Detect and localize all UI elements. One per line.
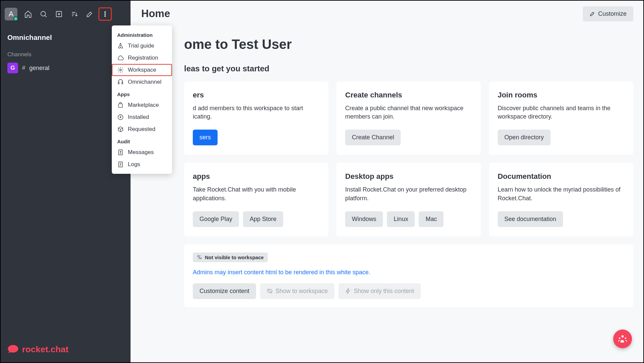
card-join-rooms: Join rooms Discover public channels and … [489,81,633,155]
search-icon[interactable] [37,7,50,21]
card-title: Desktop apps [345,172,472,181]
channel-item[interactable]: G # general [1,60,131,76]
mac-button[interactable]: Mac [419,211,444,227]
svg-point-4 [105,13,106,14]
card-documentation: Documentation Learn how to unlock the my… [489,163,633,236]
eye-off-icon [197,255,202,260]
omnichannel-label: Omnichannel [7,33,52,42]
subhead: leas to get you started [184,64,633,73]
card-desc: Learn how to unlock the myriad possibili… [498,186,625,202]
visibility-badge: Not visible to workspace [193,252,268,262]
brand-text: rocket.chat [22,344,69,355]
menu-item-logs[interactable]: Logs [112,158,172,170]
menu-item-trial-guide[interactable]: Trial guide [112,40,172,52]
new-message-icon[interactable] [83,7,96,21]
kebab-menu-icon[interactable] [98,7,112,21]
menu-item-installed[interactable]: Installed [112,111,172,123]
svg-point-7 [120,69,122,71]
see-documentation-button[interactable]: See documentation [498,211,563,227]
channel-avatar: G [7,63,18,73]
card-title: ers [193,91,320,99]
menu-item-messages[interactable]: Messages [112,146,172,158]
menu-item-workspace[interactable]: Workspace [112,64,172,76]
card-desktop-apps: Desktop apps Install Rocket.Chat on your… [336,163,481,236]
windows-button[interactable]: Windows [345,211,383,227]
svg-rect-1 [56,11,62,17]
add-users-button[interactable]: sers [193,130,218,145]
hash-icon: # [22,65,25,71]
brand-logo[interactable]: rocket.chat [1,336,131,362]
welcome-heading: ome to Test User [184,37,633,52]
app-store-button[interactable]: App Store [243,211,283,227]
card-add-users: ers d add members to this workspace to s… [184,81,328,155]
card-title: Join rooms [498,91,625,99]
card-mobile-apps: apps Take Rocket.Chat with you with mobi… [184,163,328,236]
svg-point-2 [58,13,60,15]
card-desc: Create a public channel that new workspa… [345,104,472,121]
custom-content-panel: Not visible to workspace Admins may inse… [184,244,633,307]
sort-icon[interactable] [68,7,81,21]
cards-grid: ers d add members to this workspace to s… [184,81,633,236]
fab-button[interactable] [613,330,632,348]
svg-point-3 [105,11,106,12]
card-desc: Install Rocket.Chat on your preferred de… [345,186,472,202]
bolt-icon [345,288,351,294]
main-header: Home Customize [131,1,643,27]
customize-button[interactable]: Customize [583,6,633,21]
sidebar-top: A [1,1,131,27]
open-directory-button[interactable]: Open directory [498,130,551,145]
google-play-button[interactable]: Google Play [193,211,239,227]
menu-item-requested[interactable]: Requested [112,123,172,135]
show-only-this-button: Show only this content [338,283,421,299]
pencil-icon [589,11,595,17]
sidebar: A Omnichannel Channels G # general rocke… [1,1,131,362]
create-channel-button[interactable]: Create Channel [345,130,401,145]
linux-button[interactable]: Linux [387,211,415,227]
svg-point-5 [105,15,106,16]
card-desc: Discover public channels and teams in th… [498,104,625,121]
page-title: Home [141,8,170,20]
dropdown-group-administration: Administration [112,29,172,40]
card-create-channels: Create channels Create a public channel … [336,81,481,155]
card-title: Create channels [345,91,472,99]
channel-name: general [29,65,49,72]
main: Home Customize ome to Test User leas to … [131,1,643,362]
avatar[interactable]: A [5,8,17,20]
menu-item-marketplace[interactable]: Marketplace [112,99,172,111]
card-desc: Take Rocket.Chat with you with mobile ap… [193,186,320,202]
card-title: Documentation [498,172,625,181]
customize-content-button[interactable]: Customize content [193,283,256,299]
show-to-workspace-button: Show to workspace [260,283,334,299]
card-desc: d add members to this workspace to start… [193,104,320,121]
svg-point-10 [120,151,121,152]
eye-off-icon [267,288,273,294]
dropdown-group-apps: Apps [112,88,172,99]
card-title: apps [193,172,320,181]
menu-item-registration[interactable]: Registration [112,52,172,64]
home-icon[interactable] [21,7,35,21]
channels-label: Channels [1,48,131,60]
admin-dropdown: Administration Trial guide Registration … [112,25,172,174]
menu-item-omnichannel[interactable]: Omnichannel [112,76,172,88]
status-online-icon [13,16,18,21]
admin-note: Admins may insert content html to be ren… [193,269,625,276]
dropdown-group-audit: Audit [112,135,172,146]
omnichannel-header: Omnichannel [1,27,131,48]
content: ome to Test User leas to get you started… [131,27,643,317]
svg-point-0 [41,11,46,16]
directory-icon[interactable] [52,7,66,21]
people-icon [618,335,627,343]
